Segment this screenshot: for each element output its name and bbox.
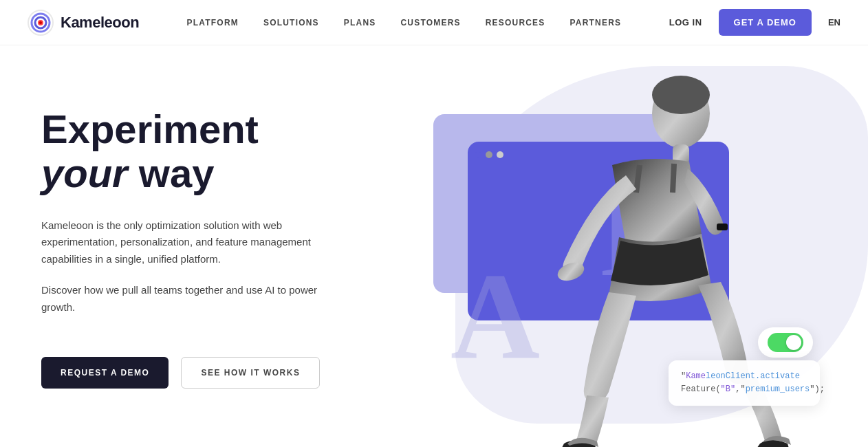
toggle-card	[758, 327, 813, 358]
code-snippet-card: "KameleonClient.activate Feature("B","pr…	[669, 360, 820, 406]
hero-title: Experiment your way	[41, 107, 385, 195]
hero-title-italic: your	[41, 151, 128, 195]
see-how-button[interactable]: SEE HOW IT WORKS	[181, 357, 320, 389]
nav-link-customers[interactable]: CUSTOMERS	[400, 18, 460, 28]
nav-link-partners[interactable]: PARTNERS	[570, 18, 622, 28]
svg-rect-9	[717, 224, 728, 230]
logo-icon	[28, 10, 54, 36]
nav-links: PLATFORM SOLUTIONS PLANS CUSTOMERS RESOU…	[187, 18, 622, 28]
toggle-thumb	[786, 335, 801, 350]
nav-link-platform[interactable]: PLATFORM	[187, 18, 239, 28]
nav-link-plans[interactable]: PLANS	[344, 18, 376, 28]
nav-link-resources[interactable]: RESOURCES	[486, 18, 545, 28]
hero-description-1: Kameleoon is the only optimization solut…	[41, 217, 330, 268]
hero-section: Experiment your way Kameleoon is the onl…	[0, 45, 868, 447]
hero-description-2: Discover how we pull all teams together …	[41, 282, 330, 316]
hero-illustration: B A "KameleonClient.activate Feature("B"…	[413, 87, 827, 447]
hero-content: Experiment your way Kameleoon is the onl…	[41, 87, 385, 389]
language-selector[interactable]: EN	[828, 17, 840, 28]
nav-right: LOG IN GET A DEMO EN	[669, 9, 840, 36]
svg-point-6	[652, 76, 710, 114]
navbar: Kameleoon PLATFORM SOLUTIONS PLANS CUSTO…	[0, 0, 868, 45]
request-demo-button[interactable]: REQUEST A DEMO	[41, 357, 169, 389]
code-text: "KameleonClient.activate Feature("B","pr…	[681, 371, 825, 394]
hero-buttons: REQUEST A DEMO SEE HOW IT WORKS	[41, 357, 385, 389]
logo[interactable]: Kameleoon	[28, 10, 139, 36]
logo-text: Kameleoon	[61, 14, 139, 32]
get-demo-button[interactable]: GET A DEMO	[719, 9, 812, 36]
login-button[interactable]: LOG IN	[669, 17, 702, 28]
toggle-switch[interactable]	[768, 333, 803, 352]
nav-link-solutions[interactable]: SOLUTIONS	[263, 18, 319, 28]
hero-title-way: way	[128, 151, 215, 195]
svg-point-4	[39, 21, 42, 24]
